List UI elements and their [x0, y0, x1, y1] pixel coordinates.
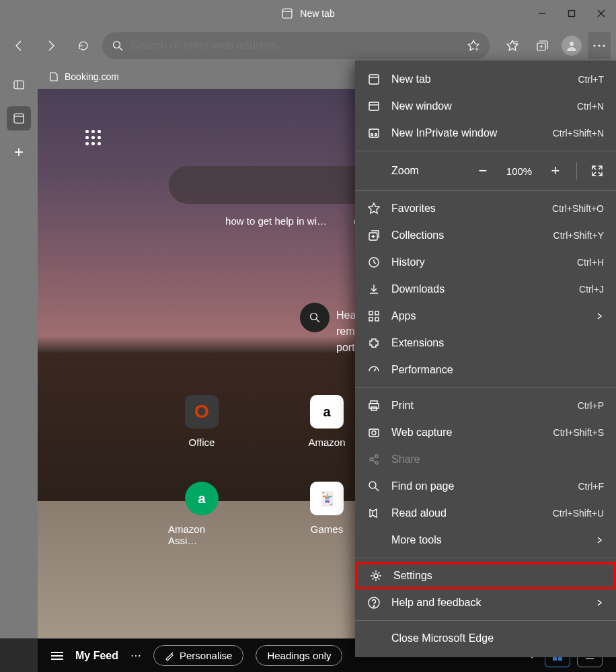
side-rail: + — [0, 65, 38, 638]
menu-item-performance[interactable]: Performance — [355, 357, 616, 383]
menu-item-close-microsoft-edge[interactable]: Close Microsoft Edge — [355, 625, 616, 652]
personalise-button[interactable]: Personalise — [153, 645, 243, 666]
menu-item-find-on-page[interactable]: Find on pageCtrl+F — [355, 473, 616, 500]
chevron-right-icon — [594, 311, 604, 321]
svg-point-24 — [311, 313, 317, 320]
blank-icon — [367, 533, 381, 547]
trend-item[interactable]: how to get help in wi… — [225, 215, 327, 227]
svg-line-25 — [317, 320, 320, 323]
svg-rect-48 — [375, 318, 379, 321]
search-hint-text: Hea rem port — [336, 307, 356, 356]
downloads-icon — [367, 283, 381, 296]
quicklink-item[interactable]: 🃏Games — [293, 482, 360, 535]
address-bar[interactable] — [102, 32, 490, 59]
toolbar — [0, 27, 616, 65]
menu-item-label: New InPrivate window — [391, 127, 542, 139]
svg-rect-22 — [14, 114, 24, 123]
svg-line-49 — [374, 369, 376, 371]
window-title: New tab — [300, 8, 334, 19]
refresh-button[interactable] — [70, 32, 97, 59]
menu-item-collections[interactable]: CollectionsCtrl+Shift+Y — [355, 222, 616, 249]
tab-actions-button[interactable] — [7, 73, 31, 97]
menu-item-label: Downloads — [391, 283, 568, 295]
menu-item-label: Share — [391, 453, 604, 465]
menu-item-label: Extensions — [391, 337, 604, 349]
minimize-button[interactable] — [527, 0, 557, 27]
feed-menu-icon[interactable] — [51, 652, 63, 660]
favorites-icon — [367, 202, 381, 215]
back-button[interactable] — [5, 32, 32, 59]
menu-item-apps[interactable]: Apps — [355, 303, 616, 330]
history-icon — [367, 256, 381, 269]
quicklink-tile: O — [185, 395, 219, 428]
zoom-row: Zoom−100%+ — [355, 155, 616, 186]
fullscreen-button[interactable] — [590, 164, 604, 178]
quicklink-item[interactable]: OOffice — [168, 395, 235, 448]
new-tab-button[interactable]: + — [7, 140, 31, 164]
current-tab-button[interactable] — [7, 106, 31, 130]
more-menu-button[interactable] — [588, 32, 611, 59]
menu-item-favorites[interactable]: FavoritesCtrl+Shift+O — [355, 195, 616, 222]
menu-shortcut: Ctrl+Shift+S — [553, 427, 604, 438]
menu-item-web-capture[interactable]: Web captureCtrl+Shift+S — [355, 419, 616, 446]
menu-item-settings[interactable]: Settings — [355, 562, 616, 589]
performance-icon — [367, 363, 381, 377]
svg-line-7 — [120, 48, 123, 51]
svg-rect-3 — [569, 11, 575, 17]
menu-item-downloads[interactable]: DownloadsCtrl+J — [355, 276, 616, 303]
menu-item-new-window[interactable]: New windowCtrl+N — [355, 93, 616, 120]
menu-shortcut: Ctrl+Shift+N — [553, 128, 604, 139]
zoom-in-button[interactable]: + — [548, 162, 563, 180]
layout-button[interactable]: Headings only — [256, 645, 342, 666]
forward-button[interactable] — [38, 32, 65, 59]
menu-shortcut: Ctrl+Shift+O — [552, 203, 604, 214]
svg-rect-45 — [369, 311, 373, 315]
maximize-button[interactable] — [557, 0, 586, 27]
print-icon — [367, 399, 381, 412]
address-input[interactable] — [130, 39, 460, 52]
menu-item-read-aloud[interactable]: Read aloudCtrl+Shift+U — [355, 500, 616, 527]
svg-point-18 — [598, 44, 600, 46]
svg-point-64 — [373, 605, 375, 607]
profile-button[interactable] — [558, 32, 585, 59]
quicklink-label: Amazon Assi… — [168, 523, 235, 546]
menu-item-label: Read aloud — [391, 507, 542, 519]
menu-item-label: New tab — [391, 73, 568, 85]
app-launcher-button[interactable] — [81, 126, 104, 149]
quicklink-item[interactable]: aAmazon Assi… — [168, 482, 235, 546]
close-button[interactable] — [586, 0, 616, 27]
chevron-right-icon — [594, 535, 604, 545]
quicklink-tile: a — [310, 395, 344, 428]
svg-rect-20 — [14, 81, 24, 89]
menu-item-extensions[interactable]: Extensions — [355, 330, 616, 357]
quicklink-item[interactable]: aAmazon — [293, 395, 360, 448]
menu-item-print[interactable]: PrintCtrl+P — [355, 392, 616, 419]
menu-item-label: Help and feedback — [391, 597, 584, 609]
svg-point-19 — [603, 44, 605, 46]
menu-shortcut: Ctrl+H — [577, 257, 604, 268]
add-favorite-icon[interactable] — [467, 39, 480, 52]
svg-point-17 — [593, 44, 595, 46]
favorites-button[interactable] — [499, 32, 526, 59]
tab-booking[interactable]: Booking.com — [48, 71, 119, 82]
menu-item-label: More tools — [391, 534, 584, 546]
new-window-icon — [367, 100, 381, 113]
collections-button[interactable] — [529, 32, 555, 59]
read-aloud-icon — [367, 507, 381, 520]
menu-item-help-and-feedback[interactable]: Help and feedback — [355, 589, 616, 616]
zoom-out-button[interactable]: − — [475, 162, 490, 180]
search-hint-icon[interactable] — [300, 303, 330, 332]
zoom-value: 100% — [504, 165, 535, 177]
settings-icon — [369, 569, 383, 583]
svg-point-62 — [374, 574, 378, 578]
feed-more-button[interactable]: ⋯ — [130, 649, 141, 662]
capture-icon — [367, 426, 381, 439]
tab-label: Booking.com — [65, 71, 119, 82]
menu-item-more-tools[interactable]: More tools — [355, 527, 616, 554]
quicklink-label: Games — [311, 523, 343, 535]
menu-item-history[interactable]: HistoryCtrl+H — [355, 249, 616, 276]
zoom-label: Zoom — [391, 165, 465, 177]
svg-point-39 — [375, 134, 377, 136]
menu-item-new-inprivate-window[interactable]: New InPrivate windowCtrl+Shift+N — [355, 120, 616, 147]
menu-item-new-tab[interactable]: New tabCtrl+T — [355, 66, 616, 93]
